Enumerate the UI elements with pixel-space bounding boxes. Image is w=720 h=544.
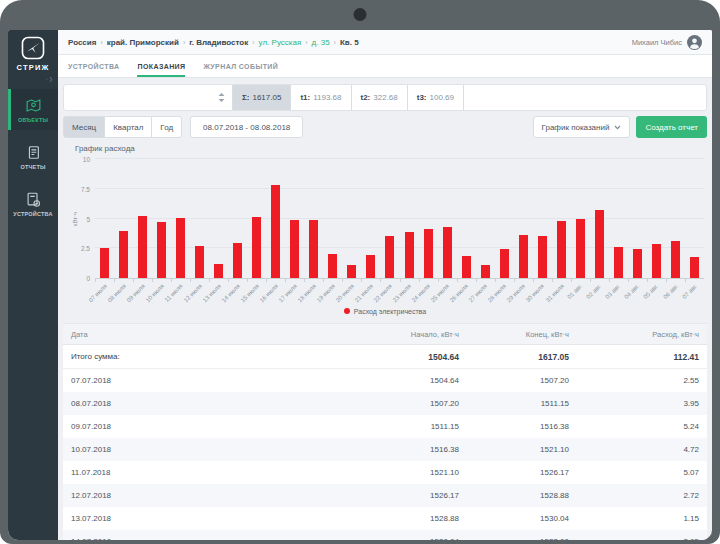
tariff-segment-value: 100.69 [430, 93, 454, 102]
chart-bar-slot [457, 159, 476, 278]
user-menu[interactable]: Михаил Чибис [632, 35, 702, 50]
chart-bar[interactable] [252, 217, 261, 278]
chart-bar[interactable] [595, 210, 604, 278]
tab-журнал-событий[interactable]: ЖУРНАЛ СОБЫТИЙ [203, 55, 278, 77]
device-frame: СТРИЖ ▫❯ ОБЪЕКТЫОТЧЕТЫУСТРОЙСТВА Россия›… [0, 0, 720, 544]
chart-bar-slot [514, 159, 533, 278]
chart-bar[interactable] [347, 265, 356, 278]
breadcrumb-item[interactable]: ул. Русская [259, 38, 302, 47]
total-row-label: Итого сумма: [71, 352, 349, 361]
table-row: 13.07.20181528.881530.041.15 [63, 507, 707, 530]
chart-bar[interactable] [500, 249, 509, 278]
chart-bar[interactable] [157, 222, 166, 278]
chart-bar[interactable] [271, 185, 280, 278]
chart-bar[interactable] [633, 249, 642, 278]
chart-bar[interactable] [424, 229, 433, 278]
tab-показания[interactable]: ПОКАЗАНИЯ [137, 55, 185, 77]
row-value-cell: 1507.20 [349, 399, 459, 408]
chart-bar[interactable] [328, 254, 337, 278]
tariff-segment[interactable]: Σ:1617.05 [232, 85, 290, 110]
chart-bar[interactable] [366, 255, 375, 278]
breadcrumb-separator: › [334, 39, 336, 46]
row-date-cell: 12.07.2018 [71, 491, 349, 500]
sidebar-item-reports[interactable]: ОТЧЕТЫ [8, 136, 58, 177]
chart-bar[interactable] [443, 227, 452, 278]
row-date-cell: 11.07.2018 [71, 468, 349, 477]
total-row-value: 1617.05 [459, 352, 569, 362]
chart-bar-slot [247, 159, 266, 278]
device-select[interactable] [64, 85, 232, 110]
chart-bar[interactable] [214, 264, 223, 278]
period-group: МесяцКварталГод [63, 116, 182, 138]
tariff-segment[interactable]: t2:322.68 [351, 85, 407, 110]
chart-bar[interactable] [576, 219, 585, 278]
chart-x-tick: 05 авг. [647, 279, 666, 305]
tab-устройства[interactable]: УСТРОЙСТВА [68, 55, 119, 77]
chart-bar-slot [400, 159, 419, 278]
sidebar-item-devices[interactable]: УСТРОЙСТВА [8, 183, 58, 224]
strizh-logo-icon [21, 36, 45, 60]
period-button[interactable]: Месяц [63, 116, 105, 138]
date-range-input[interactable]: 08.07.2018 - 08.08.2018 [190, 116, 303, 138]
row-date-cell: 14.07.2018 [71, 537, 349, 540]
period-button[interactable]: Год [151, 116, 182, 138]
chart-bar[interactable] [309, 220, 318, 278]
chart-plot: 02.557.510 [95, 159, 704, 279]
period-button[interactable]: Квартал [104, 116, 152, 138]
chart-bar[interactable] [557, 221, 566, 278]
row-value-cell: 1528.88 [459, 491, 569, 500]
chart-bar[interactable] [690, 257, 699, 278]
chart-bar[interactable] [405, 232, 414, 278]
create-report-button[interactable]: Создать отчет [636, 116, 707, 138]
chart-bar-slot [171, 159, 190, 278]
chart-bar[interactable] [462, 256, 471, 278]
chart-bar[interactable] [100, 248, 109, 278]
chart-bar[interactable] [652, 244, 661, 279]
chart-bar-slot [590, 159, 609, 278]
sidebar-item-objects[interactable]: ОБЪЕКТЫ [8, 89, 58, 130]
logo[interactable]: СТРИЖ [8, 30, 58, 73]
chart-bar[interactable] [385, 236, 394, 278]
tariff-segment[interactable]: t1:1193.68 [290, 85, 350, 110]
chart-bar[interactable] [671, 241, 680, 278]
chart-bar[interactable] [233, 243, 242, 278]
chart-bar[interactable] [538, 236, 547, 278]
tariff-segments: Σ:1617.05t1:1193.68t2:322.68t3:100.69 [232, 85, 464, 110]
chart-bar-slot [609, 159, 628, 278]
tariff-segment-value: 1617.05 [252, 93, 281, 102]
breadcrumb-item[interactable]: д. 35 [312, 38, 330, 47]
breadcrumb-item: Кв. 5 [340, 38, 359, 47]
row-value-cell: 2.95 [569, 537, 699, 540]
chart-bar[interactable] [614, 247, 623, 278]
chart-title: График расхода [75, 144, 707, 153]
chart-bar[interactable] [195, 246, 204, 278]
chart-bar[interactable] [138, 216, 147, 278]
chart-bar[interactable] [481, 265, 490, 278]
chart-bar-slot [209, 159, 228, 278]
sidebar-collapse-icon[interactable]: ▫❯ [8, 73, 58, 83]
breadcrumb-item: г. Владивосток [189, 38, 248, 47]
row-date-cell: 07.07.2018 [71, 376, 349, 385]
chart-bar[interactable] [519, 235, 528, 278]
table-row: 07.07.20181504.641507.202.55 [63, 369, 707, 392]
chart-legend[interactable]: Расход электричества [63, 305, 707, 317]
chart-bar[interactable] [176, 218, 185, 278]
chart-type-dropdown[interactable]: График показаний [533, 116, 631, 138]
row-value-cell: 1.15 [569, 514, 699, 523]
chart-type-dropdown-label: График показаний [542, 123, 610, 132]
chart-bar-slot [476, 159, 495, 278]
row-value-cell: 1526.17 [459, 468, 569, 477]
row-value-cell: 1507.20 [459, 376, 569, 385]
chart-bar[interactable] [290, 220, 299, 278]
row-value-cell: 5.24 [569, 422, 699, 431]
breadcrumb-separator: › [183, 39, 185, 46]
tariff-segment[interactable]: t3:100.69 [407, 85, 464, 110]
table-column-header: Конец, кВт·ч [459, 330, 569, 339]
tariff-segment-label: t1: [300, 93, 310, 102]
logo-text: СТРИЖ [8, 63, 58, 72]
chart-bar[interactable] [119, 231, 128, 278]
chart-bar-slot [666, 159, 685, 278]
chart-x-tick: 01 авг. [571, 279, 590, 305]
sidebar-item-label: ОБЪЕКТЫ [10, 117, 56, 123]
tariff-segment-label: t2: [361, 93, 371, 102]
